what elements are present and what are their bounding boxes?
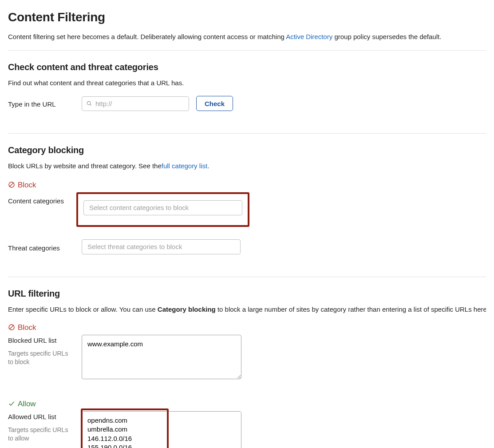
check-row: Type in the URL Check: [8, 96, 486, 111]
blocked-url-textarea[interactable]: [82, 335, 241, 379]
divider: [8, 50, 486, 51]
svg-line-5: [10, 325, 14, 329]
check-button[interactable]: Check: [196, 96, 233, 111]
block-badge-text: Block: [18, 179, 36, 191]
blocked-url-row: Blocked URL list Targets specific URLs t…: [8, 335, 486, 382]
block-icon: [8, 181, 15, 188]
allow-badge: Allow: [8, 398, 36, 410]
catblock-desc-a: Block URLs by website and threat categor…: [8, 162, 162, 170]
check-label: Type in the URL: [8, 96, 82, 110]
threat-categories-label: Threat categories: [8, 239, 82, 254]
content-categories-row: Content categories Select content catego…: [8, 192, 486, 227]
check-heading: Check content and threat categories: [8, 60, 486, 74]
catblock-desc-b: .: [207, 162, 209, 170]
threat-categories-row: Threat categories Select threat categori…: [8, 239, 486, 254]
block-badge-url-text: Block: [18, 322, 36, 333]
divider: [8, 133, 486, 134]
urlfilter-desc: Enter specific URLs to block or allow. Y…: [8, 305, 486, 315]
threat-categories-placeholder: Select threat categories to block: [87, 242, 182, 252]
allowed-url-row: Allowed URL list Targets specific URLs t…: [8, 411, 486, 448]
block-badge-url: Block: [8, 322, 36, 333]
catblock-heading: Category blocking: [8, 143, 486, 157]
intro-text-a: Content filtering set here becomes a def…: [8, 33, 286, 40]
allowed-url-label: Allowed URL list: [8, 412, 82, 422]
allowed-url-hint: Targets specific URLs to allow: [8, 426, 75, 443]
intro-text-b: group policy supersedes the default.: [334, 33, 441, 40]
catblock-desc: Block URLs by website and threat categor…: [8, 161, 486, 171]
page-title: Content Filtering: [8, 8, 486, 27]
block-icon: [8, 324, 15, 331]
urlfilter-desc-bold: Category blocking: [158, 305, 216, 313]
check-icon: [8, 400, 15, 407]
content-categories-placeholder: Select content categories to block: [89, 203, 189, 213]
full-category-list-link[interactable]: full category list: [162, 162, 207, 170]
url-input[interactable]: [82, 96, 189, 111]
urlfilter-heading: URL filtering: [8, 287, 486, 300]
content-categories-label: Content categories: [8, 192, 82, 206]
content-categories-select[interactable]: Select content categories to block: [83, 200, 242, 215]
search-icon: [86, 100, 92, 107]
page-intro: Content filtering set here becomes a def…: [8, 32, 486, 42]
active-directory-link[interactable]: Active Directory: [286, 33, 332, 40]
svg-line-3: [10, 183, 14, 187]
threat-categories-select[interactable]: Select threat categories to block: [82, 239, 241, 254]
check-desc: Find out what content and threat categor…: [8, 78, 486, 88]
divider: [8, 277, 486, 277]
urlfilter-desc-b: to block a large number of sites by cate…: [216, 305, 486, 313]
blocked-url-hint: Targets specific URLs to block: [8, 349, 75, 367]
allowed-url-textarea[interactable]: [82, 411, 241, 448]
block-badge: Block: [8, 179, 36, 191]
url-input-wrap: [82, 96, 189, 111]
svg-point-0: [87, 101, 91, 105]
urlfilter-desc-a: Enter specific URLs to block or allow. Y…: [8, 305, 158, 313]
svg-line-1: [90, 104, 91, 106]
allow-badge-text: Allow: [18, 398, 36, 410]
content-categories-highlight: Select content categories to block: [76, 192, 249, 227]
blocked-url-label: Blocked URL list: [8, 336, 82, 346]
